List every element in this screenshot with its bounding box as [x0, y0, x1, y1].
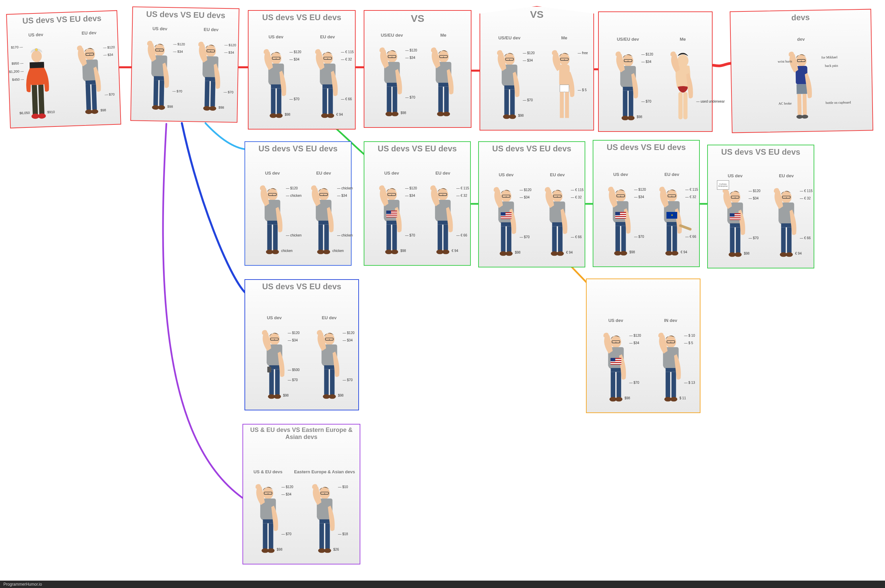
- price-annotation: — $34: [173, 50, 183, 54]
- svg-rect-209: [665, 372, 670, 397]
- character-icon: — free— $ 5: [544, 41, 585, 129]
- meme-panel: US devs VS EU devsUS dev $170 —$950 —$1,…: [6, 10, 121, 128]
- svg-rect-59: [438, 83, 449, 87]
- svg-rect-126: [438, 220, 448, 225]
- price-annotation: — € 66: [685, 235, 696, 238]
- svg-rect-217: [263, 524, 267, 549]
- figure: EU dev — $120— $34— $70$98: [309, 315, 349, 408]
- price-annotation: € 94: [795, 252, 801, 255]
- panel-title: US devs VS EU devs: [248, 144, 348, 153]
- price-annotation: — € 115: [685, 188, 698, 191]
- figure: US dev — $120— $34— $70$98: [596, 318, 636, 411]
- svg-rect-3: [38, 85, 45, 114]
- price-annotation: — $34: [749, 196, 759, 200]
- us-flag-icon: [386, 211, 397, 217]
- price-annotation: — $10: [338, 485, 348, 489]
- figure-label: US dev: [265, 171, 280, 176]
- price-annotation: $6,050: [20, 111, 30, 115]
- svg-point-5: [38, 113, 46, 119]
- character-icon: — € 115— € 32— € 66€ 94: [766, 179, 807, 266]
- svg-rect-176: [781, 227, 786, 253]
- figure: US & EU devs — $120— $34— $70$98: [248, 469, 288, 562]
- character-icon: — $120— $34— $70$98: [309, 321, 349, 408]
- svg-rect-175: [781, 224, 792, 227]
- figure: IN dev — $ 10— $ 5— $ 13$ 11: [651, 318, 691, 411]
- character-icon: — used underwear: [663, 42, 703, 130]
- price-annotation: $98: [338, 394, 344, 397]
- price-annotation: $98: [167, 105, 173, 108]
- character-icon: — $120— chicken— chickenchicken: [252, 176, 293, 264]
- svg-point-106: [272, 250, 279, 254]
- price-annotation: — $34: [634, 195, 644, 199]
- svg-rect-184: [269, 369, 274, 394]
- figure-label: EU dev: [204, 27, 218, 32]
- price-annotation: $98: [100, 108, 106, 112]
- svg-rect-61: [444, 87, 449, 112]
- svg-rect-67: [504, 86, 515, 90]
- price-annotation: $98: [283, 394, 289, 397]
- figure-label: US dev: [152, 26, 167, 31]
- figure: Me — free— $ 5: [544, 35, 585, 129]
- figure: EU dev — $120— $34— $70$98: [189, 27, 231, 120]
- price-annotation: $98: [401, 111, 406, 115]
- price-annotation: — $34: [281, 492, 291, 496]
- figure-label: IN dev: [664, 318, 677, 323]
- price-annotation: $950 —: [12, 61, 23, 65]
- svg-rect-94: [796, 84, 807, 94]
- svg-rect-13: [92, 84, 97, 110]
- price-annotation: — $120: [405, 186, 417, 190]
- footer-text: ProgrammerHumor.io: [3, 582, 42, 586]
- price-annotation: — $ 13: [684, 381, 695, 384]
- figure-label: Eastern Europe & Asian devs: [294, 469, 355, 474]
- figure: US dev — $120— chicken— chickenc: [252, 171, 293, 264]
- svg-rect-144: [558, 226, 563, 252]
- price-annotation: — chicken: [286, 194, 302, 198]
- price-annotation: € 94: [566, 250, 572, 254]
- price-annotation: — $34: [641, 60, 651, 64]
- character-icon: — $120— $34— $70$98: [486, 178, 526, 266]
- svg-rect-104: [273, 225, 278, 250]
- character-icon: — $120— $34— $70$98: [596, 324, 636, 411]
- svg-point-63: [443, 112, 450, 116]
- price-annotation: $98: [277, 548, 283, 551]
- price-annotation: — $70: [405, 96, 415, 99]
- price-annotation: — € 66: [456, 234, 467, 237]
- svg-rect-44: [322, 88, 327, 114]
- panel-title: US devs VS EU devs: [136, 9, 235, 20]
- price-annotation: — $120: [634, 188, 646, 191]
- svg-rect-89: [683, 92, 687, 119]
- character-icon: — € 115— € 32— € 66€ 94: [537, 178, 578, 266]
- svg-rect-136: [507, 226, 512, 252]
- svg-rect-36: [271, 88, 275, 114]
- svg-rect-202: [616, 372, 621, 397]
- svg-rect-43: [322, 84, 333, 88]
- svg-point-162: [671, 251, 678, 256]
- meme-panel: US devs VS EU devsUS dev — $120—: [364, 141, 471, 266]
- price-annotation: — $70: [405, 234, 415, 237]
- svg-rect-168: [730, 227, 735, 253]
- price-annotation: € 94: [336, 113, 343, 116]
- svg-rect-208: [665, 368, 676, 372]
- price-annotation: — $34: [224, 51, 234, 54]
- svg-rect-112: [324, 225, 329, 250]
- figure-label: Me: [680, 37, 686, 42]
- us-flag-icon: [730, 213, 741, 220]
- price-annotation: — $120: [749, 189, 760, 193]
- panel-title: VS: [483, 9, 590, 20]
- price-annotation: — $70: [290, 97, 300, 101]
- svg-rect-84: [628, 91, 633, 116]
- svg-rect-200: [611, 368, 621, 372]
- character-icon: — € 115— € 32— € 66€ 94: [423, 176, 463, 264]
- figure-label: EU dev: [320, 34, 335, 39]
- svg-point-122: [391, 250, 398, 254]
- meme-panel: US devs VS EU devsUS dev — $120—: [593, 140, 700, 267]
- figure: US dev — $120— $34— $70$986-phas: [715, 173, 756, 266]
- figure-label: EU dev: [81, 30, 97, 36]
- price-annotation: — € 115: [800, 189, 813, 193]
- price-annotation: — chicken: [286, 234, 302, 237]
- us-flag-icon: [611, 358, 621, 364]
- figure-label: US/EU dev: [617, 37, 639, 42]
- price-annotation: — € 32: [800, 196, 811, 200]
- figure: dev wrist hurtsfor Mikhaelback painAC br…: [781, 36, 823, 130]
- panel-title: US devs VS EU devs: [248, 282, 355, 291]
